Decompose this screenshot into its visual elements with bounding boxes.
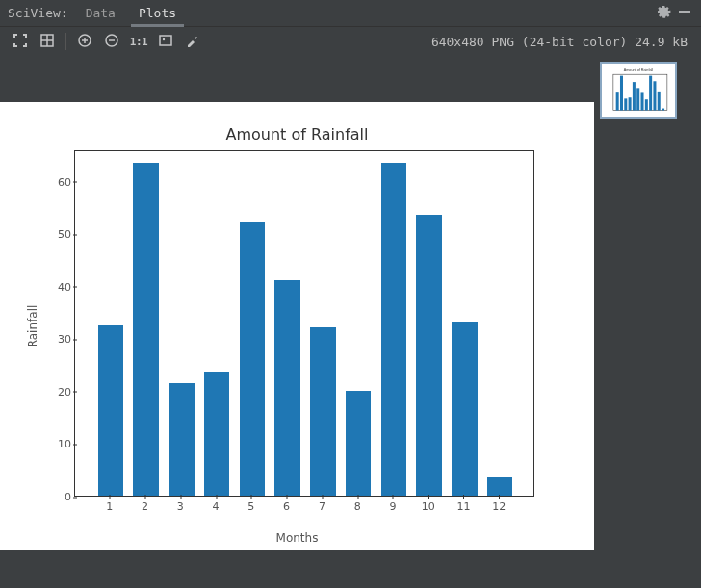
chart-bar: [310, 327, 335, 496]
svg-rect-22: [653, 81, 656, 110]
fit-icon: [13, 33, 28, 51]
chart-bar: [274, 280, 299, 496]
chart-ytick: 10: [42, 438, 71, 450]
thumbnail-panel: Amount of Rainfall: [594, 56, 701, 588]
plot-toolbar: 1:1 640x480 PNG (24-bit color) 24.9 kB: [0, 27, 701, 56]
thumbnail-icon: Amount of Rainfall: [602, 64, 675, 117]
grid-icon: [39, 33, 55, 51]
chart-xtick: 9: [389, 500, 396, 513]
chart-xtick: 5: [247, 500, 254, 513]
zoom-out-button[interactable]: [99, 29, 124, 54]
hide-button[interactable]: [674, 3, 695, 24]
chart-ytick: 30: [42, 333, 71, 345]
plus-circle-icon: [77, 33, 92, 51]
chart-xtick: 6: [283, 500, 290, 513]
workspace: Amount of Rainfall Rainfall Months 01020…: [0, 56, 701, 588]
chart-xtick: 7: [319, 500, 325, 513]
chart-axes: [74, 150, 534, 497]
chart-xtick: 10: [422, 500, 435, 513]
chart-xtick: 8: [354, 500, 361, 513]
svg-rect-9: [160, 36, 171, 45]
chart-xtick: 4: [213, 500, 220, 513]
eyedropper-icon: [185, 33, 200, 51]
svg-rect-15: [624, 98, 627, 110]
chart-bar: [381, 163, 406, 496]
chart-bar: [416, 215, 441, 496]
chart-ytick: 50: [42, 228, 71, 241]
chart-xtick: 11: [456, 500, 470, 513]
fit-window-button[interactable]: [8, 29, 33, 54]
tab-data-label: Data: [86, 6, 116, 20]
chart-ytick: 40: [42, 280, 71, 293]
chart-xtick: 1: [106, 500, 113, 513]
chart-title: Amount of Rainfall: [0, 125, 594, 143]
svg-rect-23: [658, 92, 661, 111]
svg-rect-14: [620, 76, 623, 111]
svg-rect-16: [629, 97, 632, 110]
chart-bar: [98, 325, 123, 496]
plot-viewport[interactable]: Amount of Rainfall Rainfall Months 01020…: [0, 56, 594, 588]
toolbar-separator: [65, 33, 66, 50]
grid-button[interactable]: [35, 29, 60, 54]
plot-thumbnail[interactable]: Amount of Rainfall: [600, 62, 677, 119]
color-picker-button[interactable]: [180, 29, 205, 54]
svg-rect-19: [641, 92, 644, 110]
chart-xlabel: Months: [0, 531, 594, 545]
svg-rect-21: [649, 76, 652, 111]
svg-point-10: [163, 38, 165, 39]
chart-bar: [346, 391, 371, 496]
chart-bar: [487, 477, 512, 496]
minimize-icon: [677, 4, 692, 22]
chart-bar: [169, 383, 194, 496]
plot-canvas: Amount of Rainfall Rainfall Months 01020…: [0, 102, 594, 550]
chart-xtick: 12: [492, 500, 506, 513]
tab-data[interactable]: Data: [74, 0, 127, 27]
chart-bar: [204, 372, 229, 496]
svg-rect-18: [636, 88, 639, 110]
chart-bar: [240, 222, 265, 496]
svg-text:Amount of Rainfall: Amount of Rainfall: [624, 68, 654, 72]
preview-icon: [158, 33, 173, 51]
settings-button[interactable]: [653, 3, 674, 24]
zoom-in-button[interactable]: [72, 29, 97, 54]
minus-circle-icon: [104, 33, 119, 51]
svg-rect-20: [645, 99, 648, 110]
svg-rect-13: [616, 92, 619, 110]
svg-rect-0: [679, 11, 690, 13]
chart-xtick: 3: [177, 500, 184, 513]
image-info-status: 640x480 PNG (24-bit color) 24.9 kB: [431, 35, 693, 49]
chart-ytick: 60: [42, 175, 71, 188]
chart-ytick: 20: [42, 385, 71, 397]
chart-ytick: 0: [42, 491, 71, 503]
chart-bar: [133, 163, 158, 496]
one-to-one-icon: 1:1: [130, 36, 147, 48]
preview-button[interactable]: [153, 29, 178, 54]
panel-title: SciView:: [6, 6, 74, 20]
actual-size-button[interactable]: 1:1: [126, 29, 151, 54]
svg-rect-17: [633, 82, 636, 110]
svg-rect-24: [662, 109, 664, 111]
tab-plots-label: Plots: [139, 6, 176, 20]
gear-icon: [656, 4, 671, 22]
chart-bar: [452, 322, 477, 496]
chart-ylabel: Rainfall: [26, 305, 39, 348]
chart-xtick: 2: [142, 500, 148, 513]
sciview-tabbar: SciView: Data Plots: [0, 0, 701, 27]
tab-plots[interactable]: Plots: [127, 0, 188, 27]
